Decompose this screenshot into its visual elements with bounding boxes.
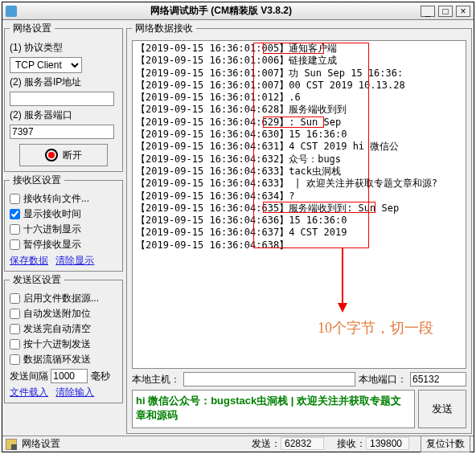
local-port-label: 本地端口： [359,373,407,387]
local-host-field[interactable] [183,372,355,387]
log-line: 【2019-09-15 16:36:04:635】服务端收到到: Sun Sep [136,202,462,215]
load-file-link[interactable]: 文件载入 [10,387,48,398]
disconnect-label: 断开 [63,149,82,162]
server-port-input[interactable] [10,125,114,139]
receive-textarea[interactable]: 【2019-09-15 16:36:01:005】通知客户端【2019-09-1… [132,40,466,369]
ip-label: (2) 服务器IP地址 [10,76,117,89]
clear-display-link[interactable]: 清除显示 [55,255,94,266]
tx-group-title: 发送区设置 [10,273,64,287]
rx-count-value: 139800 [366,437,409,450]
send-textarea[interactable] [132,390,415,428]
log-line: 【2019-09-15 16:36:01:006】链接建立成 [136,55,462,67]
window-title: 网络调试助手 (CM精装版 V3.8.2) [22,4,421,18]
local-port-field[interactable] [410,372,466,387]
pause-display-checkbox[interactable]: 暂停接收显示 [10,238,117,252]
log-line: 【2019-09-15 16:36:04:633】 | 欢迎关注并获取专题文章和… [136,178,462,190]
disconnect-button[interactable]: 断开 [19,144,108,166]
maximize-button[interactable]: □ [438,6,453,17]
log-line: 【2019-09-15 16:36:01:007】功 Sun Sep 15 16… [136,67,462,80]
file-source-checkbox[interactable]: 启用文件数据源... [10,292,117,305]
tx-count-value: 62832 [281,437,324,450]
auto-append-checkbox[interactable]: 自动发送附加位 [10,307,117,321]
log-line: 【2019-09-15 16:36:04:628】服务端收到到 [136,104,462,116]
status-icon [6,439,17,450]
log-line: 【2019-09-15 16:36:04:629】: Sun Sep [136,117,462,129]
send-button[interactable]: 发送 [418,390,466,428]
status-bar: 网络设置 发送：62832 接收：139800 复位计数 [2,436,474,452]
annotation-arrow-head [338,303,347,313]
log-line: 【2019-09-15 16:36:04:632】众号：bugs [136,153,462,166]
proto-label: (1) 协议类型 [10,41,117,55]
status-label: 网络设置 [22,437,60,451]
reset-count-button[interactable]: 复位计数 [421,436,470,452]
app-icon [6,6,17,17]
rx-to-file-checkbox[interactable]: 接收转向文件... [10,192,117,206]
clear-input-link[interactable]: 清除输入 [55,387,94,398]
hex-send-checkbox[interactable]: 按十六进制发送 [10,337,117,351]
log-line: 【2019-09-15 16:36:04:637】4 CST 2019 [136,227,462,239]
log-line: 【2019-09-15 16:36:04:638】 [136,239,462,252]
log-line: 【2019-09-15 16:36:01:005】通知客户端 [136,43,462,55]
interval-unit: 毫秒 [91,370,110,382]
tx-count-label: 发送： [252,438,281,449]
log-line: 【2019-09-15 16:36:04:631】4 CST 2019 hi 微… [136,141,462,153]
log-line: 【2019-09-15 16:36:01:007】00 CST 2019 10.… [136,80,462,92]
port-label: (2) 服务器端口 [10,108,117,122]
server-ip-input[interactable] [10,92,114,106]
titlebar[interactable]: 网络调试助手 (CM精装版 V3.8.2) _ □ × [2,2,474,20]
log-line: 【2019-09-15 16:36:04:630】15 16:36:0 [136,129,462,141]
auto-clear-checkbox[interactable]: 发送完自动清空 [10,322,117,336]
log-line: 【2019-09-15 16:36:04:633】tack虫洞栈 [136,166,462,178]
close-button[interactable]: × [456,6,470,17]
log-line: 【2019-09-15 16:36:04:636】15 16:36:0 [136,215,462,227]
client-area: 网络设置 (1) 协议类型 TCP Client (2) 服务器IP地址 (2)… [2,20,474,436]
network-settings-group: 网络设置 (1) 协议类型 TCP Client (2) 服务器IP地址 (2)… [4,22,123,172]
log-line: 【2019-09-15 16:36:04:634】? [136,190,462,202]
show-time-checkbox[interactable]: 显示接收时间 [10,207,117,221]
minimize-button[interactable]: _ [421,6,435,17]
protocol-select[interactable]: TCP Client [10,57,82,73]
left-pane: 网络设置 (1) 协议类型 TCP Client (2) 服务器IP地址 (2)… [2,20,125,436]
log-line: 【2019-09-15 16:36:01:012】.6 [136,92,462,104]
save-data-link[interactable]: 保存数据 [10,255,48,266]
loop-send-checkbox[interactable]: 数据流循环发送 [10,353,117,366]
local-host-label: 本地主机： [132,373,180,387]
receive-settings-group: 接收区设置 接收转向文件... 显示接收时间 十六进制显示 暂停接收显示 保存数… [4,174,123,272]
send-settings-group: 发送区设置 启用文件数据源... 自动发送附加位 发送完自动清空 按十六进制发送… [4,273,123,403]
net-group-title: 网络设置 [10,22,55,35]
annotation-arrow [342,248,343,305]
hex-display-checkbox[interactable]: 十六进制显示 [10,223,117,236]
right-pane: 网络数据接收 【2019-09-15 16:36:01:005】通知客户端【20… [125,20,474,436]
rx-group-title: 接收区设置 [10,174,64,187]
interval-label: 发送间隔 [10,370,48,382]
recv-group-title: 网络数据接收 [132,22,196,35]
interval-input[interactable] [51,369,88,383]
record-icon [45,149,58,162]
annotation-text: 10个字节，切一段 [318,318,433,337]
receive-data-group: 网络数据接收 【2019-09-15 16:36:01:005】通知客户端【20… [126,22,472,434]
app-window: 网络调试助手 (CM精装版 V3.8.2) _ □ × 网络设置 (1) 协议类… [2,2,474,452]
rx-count-label: 接收： [337,438,366,449]
